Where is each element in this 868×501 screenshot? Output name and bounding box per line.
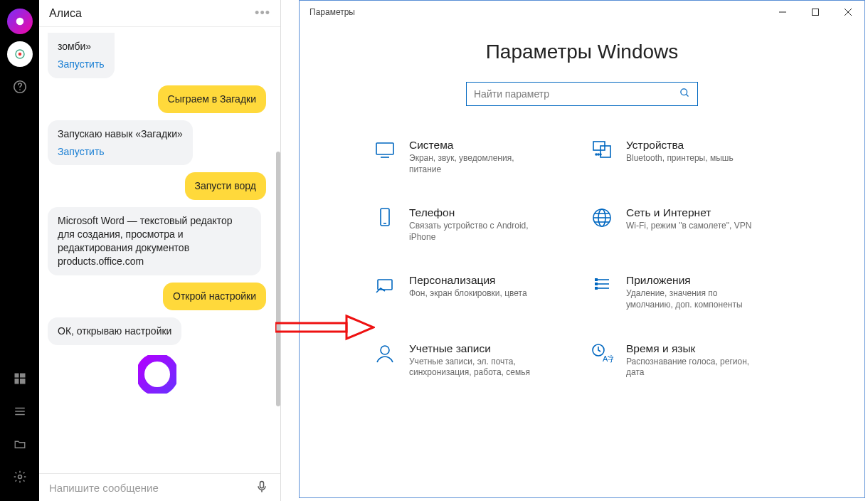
settings-body: Параметры Windows СистемаЭкран, звук, ув… <box>300 23 864 497</box>
user-icon <box>372 342 398 368</box>
chat-text: ОК, открываю настройки <box>58 325 171 337</box>
chat-message: Microsoft Word — текстовый редактор для … <box>48 207 261 275</box>
svg-rect-7 <box>14 379 18 384</box>
run-link[interactable]: Запустить <box>58 58 105 71</box>
category-desc: Экран, звук, уведомления, питание <box>409 153 541 175</box>
svg-rect-41 <box>595 278 598 281</box>
chat-message: Сыграем в Загадки <box>158 85 266 113</box>
category-title: Телефон <box>409 206 541 219</box>
svg-rect-6 <box>20 374 26 378</box>
svg-rect-26 <box>600 146 610 157</box>
category-phone[interactable]: ТелефонСвязать устройство с Android, iPh… <box>372 206 575 243</box>
chat-message: ОК, открываю настройки <box>48 317 181 345</box>
apps-icon <box>589 274 615 300</box>
chat-pane: зомби» Запустить Сыграем в Загадки Запус… <box>39 27 280 473</box>
search-icon <box>679 88 690 101</box>
chat-text: Запускаю навык «Загадки» <box>58 128 183 139</box>
category-title: Время и язык <box>626 342 758 355</box>
svg-rect-42 <box>595 283 598 285</box>
alice-panel: Алиса ••• зомби» Запустить Сыграем в Заг… <box>39 0 281 501</box>
alice-title: Алиса <box>49 7 82 20</box>
svg-rect-43 <box>595 287 598 290</box>
svg-point-4 <box>19 89 21 90</box>
category-title: Система <box>409 139 541 152</box>
time-lang-icon: A字 <box>589 342 615 368</box>
category-desc: Wi-Fi, режим "в самолете", VPN <box>626 221 751 232</box>
category-title: Учетные записи <box>409 342 541 355</box>
chat-message: зомби» Запустить <box>48 33 115 78</box>
svg-point-12 <box>18 475 21 479</box>
alice-orb-icon[interactable] <box>138 355 176 396</box>
svg-rect-5 <box>14 374 18 378</box>
rail-menu-icon[interactable] <box>7 399 33 424</box>
category-time-language[interactable]: A字 Время и языкРаспознавание голоса, рег… <box>589 342 792 379</box>
svg-point-21 <box>681 88 687 95</box>
category-desc: Фон, экран блокировки, цвета <box>409 288 527 300</box>
category-personalization[interactable]: ПерсонализацияФон, экран блокировки, цве… <box>372 274 575 310</box>
svg-text:A字: A字 <box>603 354 613 363</box>
svg-rect-8 <box>20 379 26 384</box>
svg-rect-14 <box>260 482 264 488</box>
rail-start-icon[interactable] <box>7 366 33 391</box>
chat-text: Открой настройки <box>173 290 256 302</box>
scroll-thumb[interactable] <box>276 152 280 406</box>
mic-icon[interactable] <box>255 480 270 495</box>
svg-rect-18 <box>813 9 819 16</box>
chat-text: зомби» <box>58 41 91 52</box>
settings-categories: СистемаЭкран, звук, уведомления, питание… <box>372 139 792 379</box>
minimize-button[interactable] <box>766 1 799 23</box>
category-title: Сеть и Интернет <box>626 206 751 219</box>
svg-point-0 <box>16 18 23 26</box>
maximize-button[interactable] <box>799 1 832 23</box>
phone-icon <box>372 206 398 232</box>
svg-rect-23 <box>376 143 393 154</box>
svg-point-2 <box>18 53 21 56</box>
chat-message: Запускаю навык «Загадки» Запустить <box>48 120 193 166</box>
search-input[interactable] <box>474 88 679 100</box>
devices-icon <box>589 139 615 164</box>
chat-text: Сыграем в Загадки <box>168 93 256 105</box>
svg-point-13 <box>140 357 174 391</box>
rail-yandex-icon[interactable] <box>7 9 33 34</box>
svg-line-22 <box>686 94 688 96</box>
category-title: Устройства <box>626 139 734 152</box>
chat-message: Открой настройки <box>163 283 266 310</box>
category-network[interactable]: Сеть и ИнтернетWi-Fi, режим "в самолете"… <box>589 206 792 243</box>
category-devices[interactable]: УстройстваBluetooth, принтеры, мышь <box>589 139 792 175</box>
app-rail <box>0 0 39 501</box>
alice-header: Алиса ••• <box>39 0 280 27</box>
category-desc: Учетные записи, эл. почта, синхронизация… <box>409 357 541 379</box>
display-icon <box>372 139 398 164</box>
svg-point-28 <box>598 154 599 155</box>
category-title: Персонализация <box>409 274 527 287</box>
paint-icon <box>372 274 398 300</box>
category-desc: Распознавание голоса, регион, дата <box>626 357 758 379</box>
annotation-gap <box>281 0 299 501</box>
category-desc: Связать устройство с Android, iPhone <box>409 221 541 243</box>
settings-heading: Параметры Windows <box>325 41 839 63</box>
rail-settings-icon[interactable] <box>7 464 33 490</box>
category-accounts[interactable]: Учетные записиУчетные записи, эл. почта,… <box>372 342 575 379</box>
settings-window: Параметры Параметры Windows СистемаЭкран… <box>299 0 865 498</box>
titlebar: Параметры <box>300 1 864 23</box>
svg-point-27 <box>596 154 597 155</box>
alice-input-bar <box>39 473 280 501</box>
globe-icon <box>589 206 615 232</box>
chat-message: Запусти ворд <box>185 172 267 200</box>
chat-scrollbar[interactable] <box>276 28 280 468</box>
chat-text: Запусти ворд <box>195 180 257 191</box>
category-desc: Bluetooth, принтеры, мышь <box>626 153 734 164</box>
chat-text: Microsoft Word — текстовый редактор для … <box>58 215 233 267</box>
category-system[interactable]: СистемаЭкран, звук, уведомления, питание <box>372 139 575 175</box>
rail-folder-icon[interactable] <box>7 431 33 457</box>
more-icon[interactable]: ••• <box>255 6 270 21</box>
svg-point-44 <box>381 346 389 354</box>
category-apps[interactable]: ПриложенияУдаление, значения по умолчани… <box>589 274 792 310</box>
run-link[interactable]: Запустить <box>58 145 183 159</box>
message-input[interactable] <box>49 482 255 494</box>
close-button[interactable] <box>832 1 864 23</box>
window-title: Параметры <box>300 7 355 17</box>
settings-search[interactable] <box>466 82 698 106</box>
rail-browser-icon[interactable] <box>7 41 33 67</box>
rail-help-icon[interactable] <box>7 74 33 100</box>
